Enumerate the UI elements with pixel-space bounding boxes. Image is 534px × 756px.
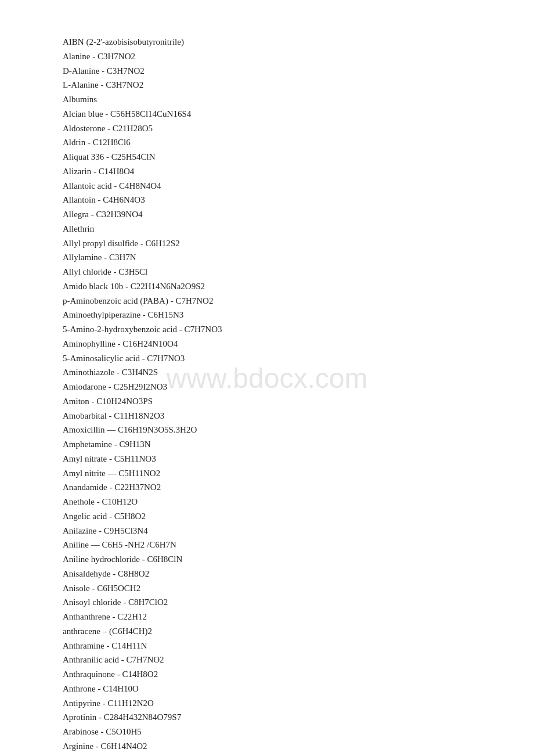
list-item: Amobarbital - C11H18N2O3	[63, 409, 471, 423]
list-item: AIBN (2-2'-azobisisobutyronitrile)	[63, 35, 471, 49]
list-item: Aniline — C6H5 -NH2 /C6H7N	[63, 538, 471, 552]
list-item: Arabinose - C5O10H5	[63, 725, 471, 739]
list-item: Alcian blue - C56H58Cl14CuN16S4	[63, 107, 471, 121]
list-item: Antipyrine - C11H12N2O	[63, 696, 471, 711]
list-item: Amyl nitrite — C5H11NO2	[63, 466, 471, 481]
list-item: Allantoic acid - C4H8N4O4	[63, 179, 471, 193]
list-item: Amyl nitrate - C5H11NO3	[63, 452, 471, 466]
list-item: Amphetamine - C9H13N	[63, 437, 471, 452]
list-item: Anilazine - C9H5Cl3N4	[63, 524, 471, 538]
list-item: Allylamine - C3H7N	[63, 250, 471, 265]
list-item: 5-Amino-2-hydroxybenzoic acid - C7H7NO3	[63, 322, 471, 337]
list-item: Allegra - C32H39NO4	[63, 207, 471, 222]
list-item: Anthrone - C14H10O	[63, 682, 471, 696]
list-item: Arginine - C6H14N4O2	[63, 739, 471, 754]
list-item: Anisaldehyde - C8H8O2	[63, 567, 471, 581]
list-item: Anisoyl chloride - C8H7ClO2	[63, 595, 471, 610]
list-item: Allethrin	[63, 222, 471, 236]
list-item: Anthranilic acid - C7H7NO2	[63, 653, 471, 667]
list-item: Aldrin - C12H8Cl6	[63, 135, 471, 150]
list-item: Aminothiazole - C3H4N2S	[63, 365, 471, 380]
list-item: Albumins	[63, 92, 471, 107]
list-item: Alizarin - C14H8O4	[63, 164, 471, 179]
compound-list: AIBN (2-2'-azobisisobutyronitrile)Alanin…	[63, 35, 471, 754]
list-item: Aprotinin - C284H432N84O79S7	[63, 710, 471, 725]
list-item: Allantoin - C4H6N4O3	[63, 193, 471, 207]
list-item: Amoxicillin — C16H19N3O5S.3H2O	[63, 423, 471, 437]
list-item: Amiodarone - C25H29I2NO3	[63, 380, 471, 394]
list-item: 5-Aminosalicylic acid - C7H7NO3	[63, 351, 471, 366]
list-item: anthracene – (C6H4CH)2	[63, 624, 471, 639]
list-item: Allyl propyl disulfide - C6H12S2	[63, 236, 471, 251]
list-item: L-Alanine - C3H7NO2	[63, 78, 471, 92]
list-item: Aliquat 336 - C25H54ClN	[63, 150, 471, 164]
list-item: p-Aminobenzoic acid (PABA) - C7H7NO2	[63, 294, 471, 308]
list-item: Anthanthrene - C22H12	[63, 610, 471, 624]
list-item: Aniline hydrochloride - C6H8ClN	[63, 552, 471, 567]
list-item: Alanine - C3H7NO2	[63, 49, 471, 64]
list-item: Anethole - C10H12O	[63, 495, 471, 509]
list-item: Angelic acid - C5H8O2	[63, 509, 471, 524]
list-item: Amiton - C10H24NO3PS	[63, 394, 471, 409]
list-item: D-Alanine - C3H7NO2	[63, 64, 471, 78]
list-item: Amido black 10b - C22H14N6Na2O9S2	[63, 279, 471, 294]
list-item: Aminophylline - C16H24N10O4	[63, 337, 471, 351]
list-item: Allyl chloride - C3H5Cl	[63, 265, 471, 279]
list-item: Anthraquinone - C14H8O2	[63, 667, 471, 682]
list-item: Aminoethylpiperazine - C6H15N3	[63, 308, 471, 322]
list-item: Aldosterone - C21H28O5	[63, 121, 471, 136]
list-item: Anandamide - C22H37NO2	[63, 480, 471, 495]
list-item: Anthramine - C14H11N	[63, 639, 471, 653]
list-item: Anisole - C6H5OCH2	[63, 581, 471, 596]
